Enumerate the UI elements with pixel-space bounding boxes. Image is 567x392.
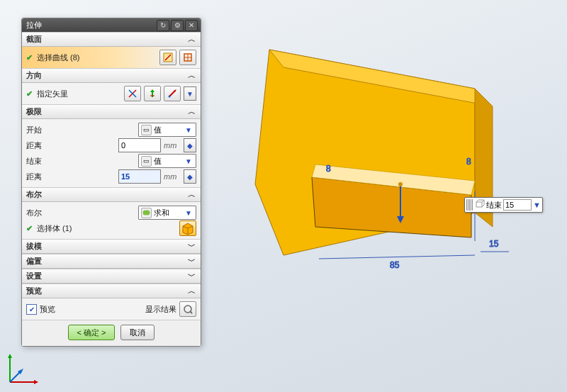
- svg-marker-20: [8, 354, 12, 358]
- section-title: 拔模: [26, 241, 42, 252]
- specify-vector-label[interactable]: 指定矢里: [37, 89, 68, 99]
- unite-icon: [141, 208, 152, 218]
- svg-line-40: [190, 311, 192, 313]
- section-title: 布尔: [26, 189, 42, 200]
- float-end-value[interactable]: [503, 199, 532, 211]
- chevron-down-icon: ﹀: [186, 256, 196, 267]
- section-title: 偏置: [26, 256, 42, 267]
- gear-icon[interactable]: ⚙: [171, 20, 184, 31]
- section-header-preview[interactable]: 预览︿: [22, 284, 201, 298]
- unit-label: mm: [164, 172, 181, 181]
- extrude-dialog: 拉伸 ↻ ⚙ ✕ 截面 ︿ ✔ 选择曲线 (8) 方向 ︿ ✔ 指定矢里: [21, 18, 201, 347]
- cube-glyph-icon: [475, 199, 485, 211]
- section-curves-icon[interactable]: [179, 50, 196, 65]
- dim-offset: 15: [489, 239, 499, 249]
- select-curve-label[interactable]: 选择曲线 (8): [37, 52, 80, 63]
- section-title: 截面: [26, 34, 42, 45]
- dialog-titlebar[interactable]: 拉伸 ↻ ⚙ ✕: [22, 18, 201, 32]
- value-mode-icon: ▭: [141, 156, 152, 167]
- section-title: 预览: [26, 286, 42, 296]
- dropdown-icon[interactable]: ▼: [184, 86, 196, 101]
- end-distance-input[interactable]: [118, 169, 161, 184]
- dropdown-icon[interactable]: ▼: [184, 157, 193, 165]
- boolean-combo[interactable]: 求和 ▼: [138, 206, 196, 220]
- dialog-button-bar: < 确定 > 取消: [22, 320, 201, 346]
- select-body-icon[interactable]: [179, 220, 196, 236]
- section-header-jiemian[interactable]: 截面 ︿: [22, 32, 201, 47]
- select-body-label[interactable]: 选择体 (1): [37, 223, 72, 234]
- section-title: 极限: [26, 106, 42, 117]
- show-result-label: 显示结果: [145, 304, 176, 315]
- dropdown-icon[interactable]: ▼: [533, 201, 541, 209]
- end-distance-label: 距离: [26, 172, 60, 182]
- svg-line-5: [319, 255, 475, 259]
- svg-point-34: [169, 96, 171, 98]
- cancel-button[interactable]: 取消: [120, 325, 155, 340]
- stepper-icon[interactable]: ◆: [184, 138, 196, 152]
- section-header-limits[interactable]: 极限 ︿: [22, 104, 201, 119]
- float-end-label: 结束: [486, 200, 502, 211]
- ok-button[interactable]: < 确定 >: [68, 325, 116, 340]
- stepper-icon[interactable]: ◆: [184, 169, 196, 184]
- end-mode-combo[interactable]: ▭ 值 ▼: [138, 154, 196, 168]
- section-header-direction[interactable]: 方向 ︿: [22, 68, 201, 83]
- svg-marker-18: [34, 380, 38, 384]
- start-distance-input[interactable]: [118, 138, 161, 152]
- chevron-up-icon: ︿: [186, 189, 196, 200]
- vector-dialog-icon[interactable]: [164, 86, 181, 101]
- value-mode-icon: ▭: [141, 125, 152, 135]
- check-icon: ✔: [26, 53, 33, 62]
- chevron-down-icon: ﹀: [186, 241, 196, 252]
- chevron-down-icon: ﹀: [186, 271, 196, 281]
- drag-grip-icon[interactable]: [466, 199, 473, 211]
- section-header-settings[interactable]: 设置﹀: [22, 269, 201, 284]
- dim-right: 8: [466, 157, 471, 167]
- model-extrude: 85 15 8 8: [241, 43, 524, 269]
- show-result-icon[interactable]: [179, 301, 196, 317]
- svg-marker-30: [150, 89, 155, 92]
- boolean-label: 布尔: [26, 208, 60, 218]
- unit-label: mm: [164, 141, 181, 150]
- svg-point-36: [145, 210, 150, 215]
- chevron-up-icon: ︿: [186, 286, 196, 296]
- section-title: 设置: [26, 271, 42, 281]
- section-header-draft[interactable]: 拔模﹀: [22, 239, 201, 254]
- dropdown-icon[interactable]: ▼: [184, 209, 193, 217]
- check-icon: ✔: [26, 224, 33, 233]
- axis-triad-icon: [6, 352, 40, 386]
- svg-rect-11: [476, 202, 482, 207]
- chevron-up-icon: ︿: [186, 70, 196, 81]
- dropdown-icon[interactable]: ▼: [184, 126, 193, 134]
- start-label: 开始: [26, 125, 60, 135]
- section-header-offset[interactable]: 偏置﹀: [22, 254, 201, 269]
- start-distance-label: 距离: [26, 140, 60, 151]
- dim-left: 8: [326, 164, 331, 174]
- reverse-direction-icon[interactable]: [144, 86, 161, 101]
- svg-point-10: [398, 182, 403, 186]
- preview-checkbox[interactable]: ✔: [26, 304, 37, 315]
- dialog-title: 拉伸: [26, 20, 155, 30]
- check-icon: ✔: [26, 89, 33, 99]
- refresh-icon[interactable]: ↻: [157, 20, 169, 31]
- preview-label: 预览: [40, 304, 55, 315]
- chevron-up-icon: ︿: [186, 34, 196, 45]
- dim-width: 85: [390, 260, 400, 269]
- sketch-section-icon[interactable]: [159, 50, 176, 65]
- on-canvas-end-input[interactable]: 结束 ▼: [464, 197, 543, 213]
- svg-line-32: [169, 91, 175, 96]
- start-mode-combo[interactable]: ▭ 值 ▼: [138, 123, 196, 137]
- section-title: 方向: [26, 70, 42, 81]
- section-header-boolean[interactable]: 布尔 ︿: [22, 187, 201, 202]
- close-icon[interactable]: ✕: [185, 20, 198, 31]
- chevron-up-icon: ︿: [186, 106, 196, 117]
- end-label: 结束: [26, 156, 60, 167]
- vector-xc-icon[interactable]: [124, 86, 141, 101]
